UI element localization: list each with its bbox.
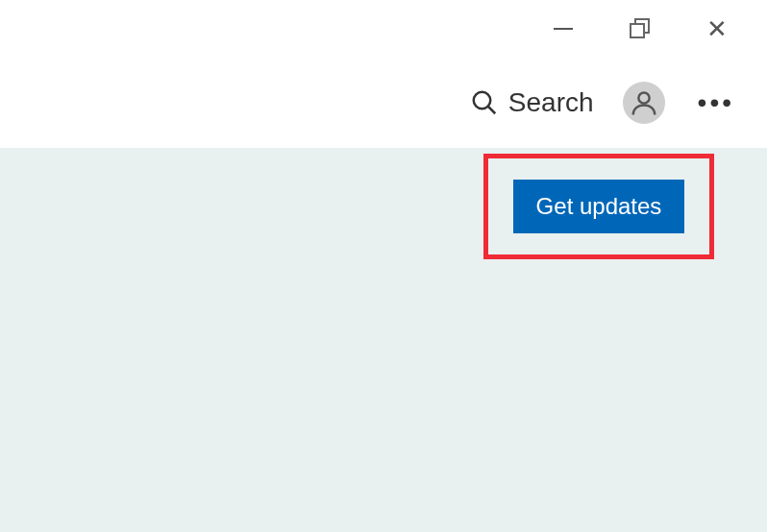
close-icon: ✕ <box>706 16 728 41</box>
minimize-icon <box>554 28 573 30</box>
app-header: Search ••• <box>0 58 767 148</box>
window-titlebar: ✕ <box>0 0 767 58</box>
annotation-highlight: Get updates <box>483 154 714 259</box>
user-avatar[interactable] <box>623 82 665 124</box>
ellipsis-icon: ••• <box>698 87 734 117</box>
svg-point-0 <box>474 92 491 109</box>
restore-icon <box>630 18 651 39</box>
search-icon <box>470 88 499 117</box>
minimize-button[interactable] <box>542 8 584 50</box>
content-area: Get updates <box>0 148 767 532</box>
svg-line-1 <box>488 107 496 114</box>
search-button[interactable]: Search <box>470 87 594 118</box>
search-label: Search <box>508 87 594 118</box>
get-updates-button[interactable]: Get updates <box>513 180 685 233</box>
more-options-button[interactable]: ••• <box>694 87 738 118</box>
person-icon <box>630 88 658 117</box>
restore-button[interactable] <box>619 8 661 50</box>
svg-point-2 <box>638 92 649 103</box>
close-button[interactable]: ✕ <box>696 8 738 50</box>
